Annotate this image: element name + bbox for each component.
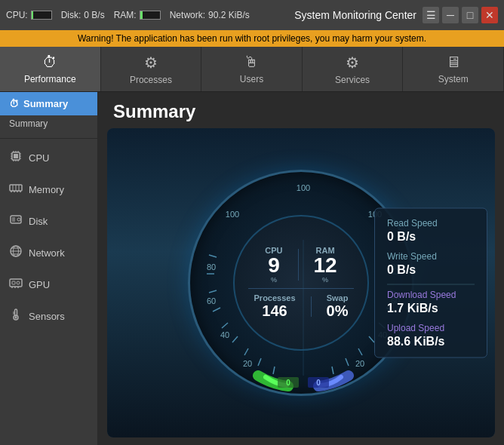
svg-line-58 — [222, 323, 228, 328]
svg-line-57 — [213, 308, 220, 312]
download-speed-value: 1.7 KiB/s — [387, 302, 475, 315]
sidebar-divider — [0, 138, 97, 139]
sidebar-summary-sub[interactable]: Summary — [0, 115, 97, 135]
upload-speed-row: Upload Speed 88.6 KiB/s — [387, 323, 475, 348]
sidebar-item-summary[interactable]: ⏱ Summary — [0, 92, 97, 115]
minimize-button[interactable]: ─ — [442, 7, 459, 23]
tab-performance[interactable]: ⏱ Performance — [0, 47, 101, 91]
summary-icon: ⏱ — [9, 98, 19, 109]
services-icon: ⚙ — [346, 54, 359, 72]
upload-speed-value: 88.6 KiB/s — [387, 335, 475, 348]
sidebar-memory-label: Memory — [29, 184, 64, 195]
svg-line-71 — [332, 367, 333, 374]
sidebar-item-memory[interactable]: Memory — [0, 173, 97, 205]
cpu-bar — [31, 11, 52, 20]
tab-performance-label: Performance — [24, 74, 76, 84]
disk-stat: Disk: 0 B/s — [61, 10, 105, 20]
gpu-icon — [9, 276, 23, 293]
nav-tabs: ⏱ Performance ⚙ Processes 🖱 Users ⚙ Serv… — [0, 47, 504, 92]
sidebar-item-network[interactable]: Network — [0, 237, 97, 269]
svg-point-40 — [15, 317, 17, 319]
upload-speed-label: Upload Speed — [387, 323, 475, 333]
speed-panel: Read Speed 0 B/s Write Speed 0 B/s Downl… — [374, 208, 487, 358]
svg-line-61 — [258, 358, 261, 366]
maximize-button[interactable]: □ — [462, 7, 478, 23]
svg-text:100: 100 — [226, 210, 239, 219]
processes-icon: ⚙ — [144, 54, 158, 72]
read-speed-row: Read Speed 0 B/s — [387, 218, 475, 244]
svg-line-54 — [209, 255, 217, 257]
network-stat-value: 90.2 KiB/s — [208, 10, 250, 20]
dashboard: // ticks at every 15 degrees 100 100 80 … — [107, 128, 495, 437]
warning-text: Warning! The application has been run wi… — [78, 33, 426, 44]
sidebar-item-disk[interactable]: Disk — [0, 205, 97, 237]
tab-processes-label: Processes — [130, 75, 172, 85]
titlebar-stats: CPU: Disk: 0 B/s RAM: Network: 90.2 KiB/… — [6, 10, 288, 20]
tab-system-label: System — [438, 74, 469, 84]
read-speed-value: 0 B/s — [387, 230, 475, 244]
sidebar-cpu-label: CPU — [29, 152, 49, 164]
sidebar-network-label: Network — [29, 247, 65, 259]
system-icon: 🖥 — [446, 54, 461, 71]
close-button[interactable]: ✕ — [481, 7, 498, 23]
cpu-stat: CPU: — [6, 10, 52, 20]
disk-stat-label: Disk: — [61, 10, 81, 20]
ram-stat-label: RAM: — [114, 10, 137, 20]
network-stat-label: Network: — [170, 10, 205, 20]
menu-icon-button[interactable]: ☰ — [423, 7, 439, 23]
sensors-icon — [9, 308, 23, 324]
page-title: Summary — [98, 92, 504, 128]
download-speed-row: Download Speed 1.7 KiB/s — [387, 290, 475, 315]
svg-rect-32 — [10, 279, 22, 287]
ram-stat: RAM: — [114, 10, 161, 20]
memory-icon — [9, 181, 23, 198]
cpu-stat-label: CPU: — [6, 10, 28, 20]
svg-text:80: 80 — [207, 262, 216, 272]
download-speed-label: Download Speed — [387, 290, 475, 300]
content-area: Summary // ticks at every 15 degrees — [98, 92, 504, 445]
sidebar-item-cpu[interactable]: CPU — [0, 142, 97, 173]
sidebar-summary-sub-label: Summary — [9, 118, 48, 129]
tab-processes[interactable]: ⚙ Processes — [101, 47, 202, 91]
svg-text:20: 20 — [355, 359, 364, 368]
svg-line-68 — [369, 336, 374, 342]
sidebar-disk-label: Disk — [29, 216, 48, 227]
speed-separator — [387, 284, 475, 285]
performance-icon: ⏱ — [42, 54, 57, 71]
users-icon: 🖱 — [244, 54, 259, 71]
sidebar: ⏱ Summary Summary — [0, 92, 98, 445]
svg-point-23 — [17, 218, 20, 221]
sidebar-sensors-label: Sensors — [29, 311, 65, 322]
titlebar: CPU: Disk: 0 B/s RAM: Network: 90.2 KiB/… — [0, 0, 504, 30]
sidebar-item-gpu[interactable]: GPU — [0, 269, 97, 300]
svg-line-59 — [232, 336, 238, 342]
svg-text:0: 0 — [316, 379, 321, 387]
svg-text:60: 60 — [207, 296, 216, 305]
write-speed-label: Write Speed — [387, 251, 475, 262]
read-speed-label: Read Speed — [387, 218, 475, 229]
svg-line-56 — [209, 290, 217, 293]
write-speed-row: Write Speed 0 B/s — [387, 251, 475, 277]
sidebar-summary-label: Summary — [23, 98, 68, 109]
svg-line-60 — [244, 348, 248, 355]
tab-users[interactable]: 🖱 Users — [201, 47, 303, 91]
app-title: System Monitoring Center — [294, 9, 416, 21]
sidebar-gpu-label: GPU — [29, 279, 50, 290]
svg-text:20: 20 — [243, 359, 252, 368]
svg-rect-1 — [14, 154, 18, 158]
tab-system[interactable]: 🖥 System — [403, 47, 504, 91]
tab-users-label: Users — [240, 74, 263, 84]
disk-icon — [9, 213, 23, 229]
svg-point-34 — [17, 281, 20, 284]
cpu-icon — [9, 149, 23, 166]
svg-line-70 — [346, 358, 349, 366]
tab-services[interactable]: ⚙ Services — [303, 47, 404, 91]
svg-text:0: 0 — [286, 379, 290, 387]
write-speed-value: 0 B/s — [387, 263, 475, 277]
sidebar-item-sensors[interactable]: Sensors — [0, 300, 97, 332]
svg-text:100: 100 — [297, 183, 310, 192]
svg-line-62 — [273, 367, 275, 374]
main-layout: ⏱ Summary Summary — [0, 92, 504, 445]
svg-line-69 — [358, 348, 362, 355]
svg-rect-33 — [12, 281, 15, 284]
